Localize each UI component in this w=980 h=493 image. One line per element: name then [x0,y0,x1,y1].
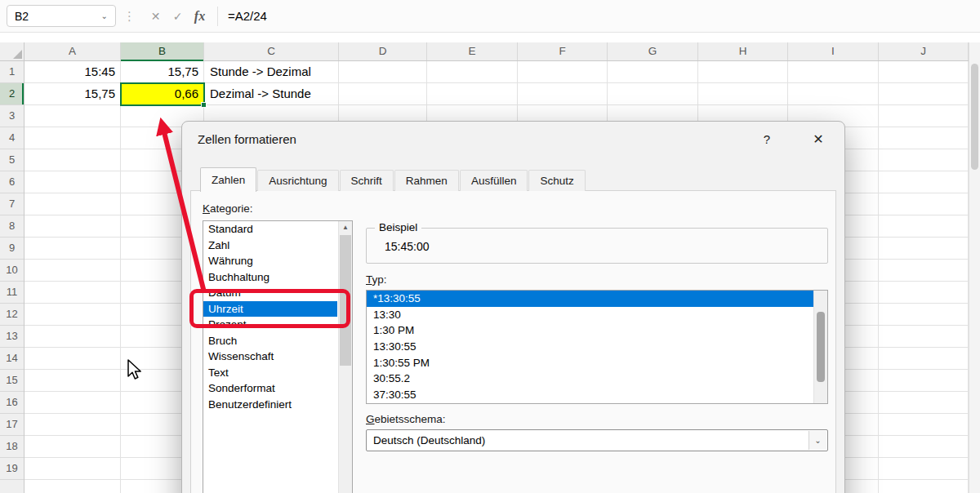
dialog-tab-strip: ZahlenAusrichtungSchriftRahmenAusfüllenS… [200,168,586,191]
row-header-10[interactable]: 10 [0,260,24,282]
fill-handle[interactable] [201,102,207,108]
column-header-E[interactable]: E [427,42,518,60]
insert-function-icon[interactable]: fx [189,6,211,27]
typ-label: Typ: [366,273,387,286]
column-header-G[interactable]: G [608,42,698,60]
tab-schrift[interactable]: Schrift [340,170,394,191]
column-header-J[interactable]: J [879,42,969,60]
gebietsschema-dropdown[interactable]: Deutsch (Deutschland) ⌄ [366,429,828,451]
category-item-prozent[interactable]: Prozent [203,317,337,333]
typ-item-6[interactable]: 37:30:55 [367,387,813,403]
cancel-entry-icon[interactable]: ✕ [145,6,167,27]
select-all-corner[interactable] [0,42,24,61]
name-box-dropdown-icon[interactable]: ⌄ [101,11,108,20]
row-header-19[interactable]: 19 [0,458,24,480]
category-item-währung[interactable]: Währung [203,253,337,269]
name-box[interactable]: B2 ⌄ [7,5,116,27]
row-header-18[interactable]: 18 [0,436,24,458]
typ-scrollbar-thumb[interactable] [817,312,825,382]
scrollbar-up-icon[interactable]: ▲ [339,221,352,234]
row-header-13[interactable]: 13 [0,326,24,348]
cell-A2[interactable]: 15,75 [24,83,121,105]
cell-C1[interactable]: Stunde -> Dezimal [204,61,339,83]
column-headers: ABCDEFGHIJ [24,42,969,61]
row-header-7[interactable]: 7 [0,193,24,215]
tab-schutz[interactable]: Schutz [528,170,585,191]
row-header-8[interactable]: 8 [0,215,24,238]
category-item-benutzerdefiniert[interactable]: Benutzerdefiniert [203,397,337,413]
category-item-sonderformat[interactable]: Sonderformat [203,380,337,397]
category-listbox[interactable]: StandardZahlWährungBuchhaltungDatumUhrze… [203,220,353,493]
row-header-16[interactable]: 16 [0,392,24,414]
cell-A1[interactable]: 15:45 [24,61,121,83]
confirm-entry-icon[interactable]: ✓ [167,6,189,27]
category-item-uhrzeit[interactable]: Uhrzeit [203,301,337,318]
category-item-buchhaltung[interactable]: Buchhaltung [203,269,337,286]
gebietsschema-value: Deutsch (Deutschland) [367,430,827,451]
row-header-11[interactable]: 11 [0,282,24,304]
selected-cell-border [120,82,205,106]
row-header-9[interactable]: 9 [0,238,24,260]
format-cells-dialog: Zellen formatieren ? ✕ ZahlenAusrichtung… [181,121,845,493]
row-header-1[interactable]: 1 [0,61,24,83]
column-header-A[interactable]: A [24,42,121,60]
column-header-B[interactable]: B [121,42,204,61]
column-header-I[interactable]: I [788,42,879,60]
typ-items: *13:30:5513:301:30 PM13:30:551:30:55 PM3… [367,291,827,403]
formula-bar-grip-icon: ⋮ [123,9,136,24]
row-header-2[interactable]: 2 [0,83,24,105]
row-header-15[interactable]: 15 [0,370,24,392]
row-header-6[interactable]: 6 [0,171,24,193]
category-item-wissenschaft[interactable]: Wissenschaft [203,349,337,365]
dialog-title: Zellen formatieren [198,122,296,158]
typ-item-4[interactable]: 1:30:55 PM [367,355,813,371]
column-header-F[interactable]: F [518,42,608,60]
typ-item-2[interactable]: 1:30 PM [367,322,813,339]
row-header-12[interactable]: 12 [0,304,24,326]
category-item-text[interactable]: Text [203,365,337,381]
category-scrollbar-thumb[interactable] [340,235,351,366]
cell-B1[interactable]: 15,75 [121,61,204,83]
column-header-H[interactable]: H [698,42,788,60]
row-header-3[interactable]: 3 [0,105,24,127]
tab-ausfüllen[interactable]: Ausfüllen [460,170,528,191]
kategorie-label: Kategorie: [203,202,253,215]
row-header-14[interactable]: 14 [0,348,24,370]
typ-listbox[interactable]: *13:30:5513:301:30 PM13:30:551:30:55 PM3… [366,290,828,404]
vertical-scrollbar[interactable] [969,42,980,493]
row-header-4[interactable]: 4 [0,127,24,149]
formula-bar: B2 ⌄ ⋮ ✕ ✓ fx =A2/24 [0,0,980,33]
tab-rahmen[interactable]: Rahmen [394,170,459,191]
typ-scrollbar[interactable] [813,291,827,403]
category-scrollbar[interactable]: ▲ [338,221,352,493]
row-headers: 12345678910111213141516171819 [0,61,24,493]
cell-C2[interactable]: Dezimal -> Stunde [204,83,339,105]
dialog-close-button[interactable]: ✕ [802,127,835,152]
formula-bar-divider [217,7,218,26]
tab-zahlen[interactable]: Zahlen [200,167,256,192]
category-item-datum[interactable]: Datum [203,285,337,301]
column-header-C[interactable]: C [204,42,339,60]
row-header-17[interactable]: 17 [0,414,24,436]
beispiel-label: Beispiel [375,221,421,233]
category-item-standard[interactable]: Standard [203,221,337,238]
beispiel-groupbox: Beispiel 15:45:00 [366,228,828,264]
category-item-zahl[interactable]: Zahl [203,238,337,254]
dialog-help-button[interactable]: ? [755,127,779,152]
chevron-down-icon[interactable]: ⌄ [808,431,826,450]
formula-input[interactable]: =A2/24 [228,9,267,23]
typ-item-1[interactable]: 13:30 [367,307,813,323]
name-box-value: B2 [15,10,29,23]
typ-item-3[interactable]: 13:30:55 [367,339,813,355]
row-header-5[interactable]: 5 [0,149,24,171]
category-item-bruch[interactable]: Bruch [203,333,337,349]
typ-item-5[interactable]: 30:55.2 [367,371,813,387]
column-header-D[interactable]: D [339,42,427,60]
typ-item-0[interactable]: *13:30:55 [367,291,813,307]
excel-window: B2 ⌄ ⋮ ✕ ✓ fx =A2/24 ABCDEFGHIJ 12345678… [0,0,980,493]
gebietsschema-label: Gebietsschema: [366,413,446,425]
beispiel-value: 15:45:00 [385,240,430,253]
vertical-scrollbar-thumb[interactable] [971,64,978,170]
category-items: StandardZahlWährungBuchhaltungDatumUhrze… [203,221,352,412]
tab-ausrichtung[interactable]: Ausrichtung [257,170,338,191]
